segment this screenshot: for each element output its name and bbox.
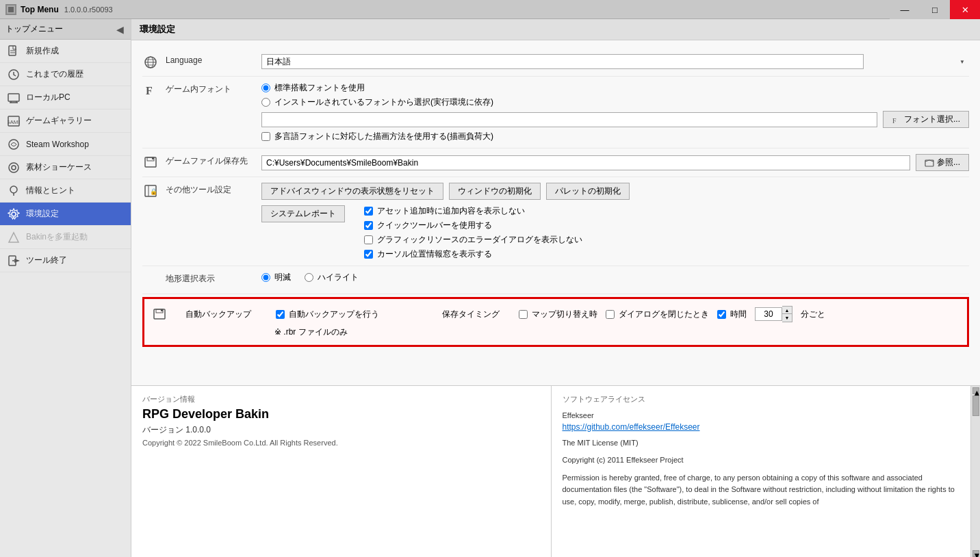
exit-icon [7, 254, 21, 268]
backup-dialog-close-checkbox[interactable] [606, 310, 615, 319]
backup-dialog-close-item: ダイアログを閉じたとき [606, 309, 709, 320]
reset-advice-button[interactable]: アドバイスウィンドウの表示状態をリセット [261, 183, 443, 200]
other-tools-icon: 🔒 [142, 183, 159, 199]
scrollbar-down-button[interactable]: ▼ [972, 550, 979, 557]
init-window-button[interactable]: ウィンドウの初期化 [449, 183, 541, 200]
close-button[interactable]: ✕ [950, 0, 980, 19]
language-control: 日本語 English [261, 54, 969, 69]
svg-text:🔒: 🔒 [150, 187, 157, 196]
sidebar-label-steam-workshop: Steam Workshop [26, 140, 89, 149]
scrollbar-thumb[interactable] [972, 396, 979, 416]
system-report-button[interactable]: システムレポート [261, 205, 345, 222]
sidebar-label-settings: 環境設定 [26, 208, 59, 220]
backup-icon [153, 307, 166, 321]
font-label: ゲーム内フォント [166, 82, 261, 95]
backup-dialog-close-label: ダイアログを閉じたとき [619, 309, 709, 320]
sidebar-item-game-gallery[interactable]: GAME ゲームギャラリー [0, 109, 131, 133]
version-number: バージョン 1.0.0.0 [142, 424, 540, 436]
save-location-icon [142, 154, 159, 170]
license-type: The MIT License (MIT) [563, 437, 960, 450]
svg-point-16 [10, 186, 17, 193]
checkbox-no-error-dialog-input[interactable] [364, 235, 373, 244]
save-location-input[interactable] [261, 155, 910, 170]
sidebar-label-game-gallery: ゲームギャラリー [26, 115, 92, 127]
scrollbar-up-button[interactable]: ▲ [972, 387, 979, 394]
checkbox-no-display-add: アセット追加時に追加内容を表示しない [364, 205, 582, 217]
region-selection-row: 地形選択表示 明滅 ハイライト [142, 266, 969, 294]
font-select-icon: F [892, 115, 901, 125]
backup-label: 自動バックアップ [185, 309, 268, 320]
language-dropdown-wrapper: 日本語 English [261, 54, 969, 69]
backup-timing-label: 保存タイミング [442, 309, 500, 320]
maximize-button[interactable]: □ [920, 0, 950, 19]
version-copyright: Copyright © 2022 SmileBoom Co.Ltd. All R… [142, 439, 540, 447]
minimize-button[interactable]: — [890, 0, 920, 19]
license-link[interactable]: https://github.com/effekseer/Effekseer [563, 422, 960, 432]
checkbox-no-display-add-input[interactable] [364, 207, 373, 216]
backup-interval-item: 時間 [717, 309, 747, 320]
browse-button[interactable]: 参照... [916, 154, 969, 171]
backup-interval-checkbox[interactable] [717, 310, 726, 319]
svg-point-15 [12, 166, 16, 170]
font-radio-group: 標準搭載フォントを使用 インストールされているフォントから選択(実行環境に依存) [261, 82, 969, 108]
font-multilang-checkbox[interactable] [261, 132, 270, 141]
backup-interval-label: 時間 [730, 309, 747, 320]
svg-text:F: F [146, 85, 153, 96]
spinner-down-button[interactable]: ▼ [782, 314, 792, 322]
region-radio-highlight[interactable] [305, 273, 313, 282]
font-radio-standard[interactable] [261, 83, 270, 92]
sidebar-item-exit[interactable]: ツール終了 [0, 249, 131, 272]
backup-sub-row: ※ .rbr ファイルのみ [153, 326, 959, 338]
version-left: バージョン情報 RPG Developer Bakin バージョン 1.0.0.… [131, 386, 552, 557]
sidebar-label-history: これまでの履歴 [26, 68, 83, 80]
svg-rect-36 [154, 309, 165, 319]
svg-rect-38 [161, 309, 163, 311]
sidebar-item-steam-workshop[interactable]: Steam Workshop [0, 133, 131, 156]
font-radio-installed[interactable] [261, 98, 270, 107]
sidebar-label-local-pc: ローカルPC [26, 92, 70, 103]
spinner-up-button[interactable]: ▲ [782, 307, 792, 314]
sidebar-label-exit: ツール終了 [26, 255, 67, 266]
sidebar-item-settings[interactable]: 環境設定 [0, 203, 131, 226]
region-selection-icon [142, 272, 159, 288]
auto-backup-section: 自動バックアップ 自動バックアップを行う 保存タイミング マップ切り替え時 ダイ… [142, 297, 969, 347]
sidebar-toggle-button[interactable]: ◀ [114, 24, 125, 35]
region-selection-label: 地形選択表示 [166, 272, 261, 285]
init-palette-button[interactable]: パレットの初期化 [546, 183, 630, 200]
font-setting-row: F ゲーム内フォント 標準搭載フォントを使用 インストールされているフォントから… [142, 77, 969, 148]
region-radio-fade[interactable] [261, 273, 270, 282]
backup-interval-input[interactable] [755, 307, 782, 321]
license-name: Effekseer [563, 410, 960, 422]
content-header: 環境設定 [131, 19, 980, 40]
font-option-installed: インストールされているフォントから選択(実行環境に依存) [261, 96, 969, 108]
sidebar-label-tips: 情報とヒント [26, 185, 75, 196]
title-bar: Top Menu 1.0.0.0.r50093 — □ ✕ [0, 0, 980, 19]
sidebar-item-multi-launch[interactable]: Bakinを多重起動 [0, 226, 131, 249]
version-right: ソフトウェアライセンス Effekseer https://github.com… [552, 386, 971, 557]
font-select-button[interactable]: F フォント選択... [883, 111, 969, 128]
backup-map-switch-checkbox[interactable] [519, 310, 528, 319]
sidebar-item-history[interactable]: これまでの履歴 [0, 63, 131, 86]
sidebar-label-assets: 素材ショーケース [26, 161, 92, 173]
sidebar-item-assets[interactable]: 素材ショーケース [0, 156, 131, 179]
backup-enable-checkbox-item: 自動バックアップを行う [276, 309, 379, 320]
save-location-row-inner: 参照... [261, 154, 969, 171]
font-icon: F [142, 82, 159, 99]
font-option-standard-label: 標準搭載フォントを使用 [274, 82, 365, 94]
sidebar-item-tips[interactable]: 情報とヒント [0, 179, 131, 203]
checkbox-quick-toolbar-input[interactable] [364, 221, 373, 230]
sidebar: トップメニュー ◀ 新規作成 これまでの履歴 ローカルPC GAME [0, 19, 131, 557]
content-body: Language 日本語 English F ゲーム内フォント [131, 40, 980, 385]
app-icon [5, 4, 16, 15]
font-input[interactable] [261, 112, 877, 127]
checkbox-no-display-add-label: アセット追加時に追加内容を表示しない [377, 205, 525, 217]
language-dropdown[interactable]: 日本語 English [261, 54, 864, 69]
svg-rect-29 [145, 157, 156, 167]
backup-file-only-label: ※ .rbr ファイルのみ [274, 326, 348, 338]
sidebar-item-local-pc[interactable]: ローカルPC [0, 86, 131, 109]
backup-enable-checkbox[interactable] [276, 310, 285, 319]
backup-interval-spinner: ▲ ▼ [755, 306, 792, 322]
region-option-fade: 明滅 [261, 272, 291, 283]
sidebar-item-new[interactable]: 新規作成 [0, 40, 131, 63]
checkbox-cursor-info-input[interactable] [364, 250, 373, 259]
